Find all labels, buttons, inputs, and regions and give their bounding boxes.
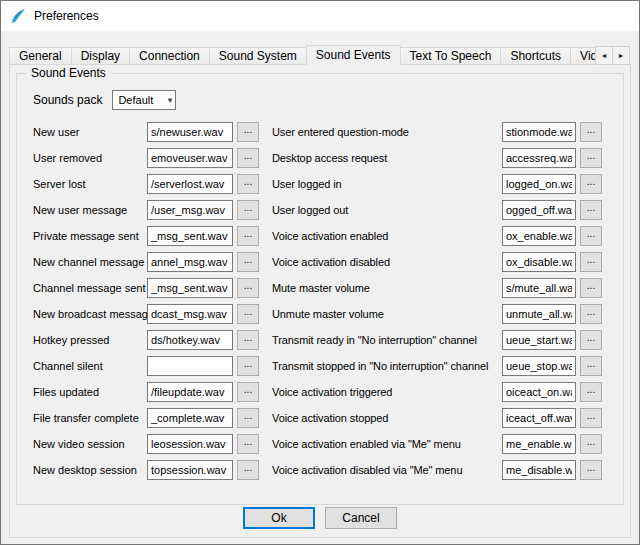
tab-shortcuts[interactable]: Shortcuts [500, 47, 571, 65]
sound-file-input[interactable] [147, 122, 233, 142]
sound-event-label: Channel silent [33, 360, 147, 372]
sound-event-row: Hotkey pressed... [33, 330, 268, 350]
sound-file-input[interactable] [502, 330, 576, 350]
sound-event-row: New channel message... [33, 252, 268, 272]
sound-event-row: Channel silent... [33, 356, 268, 376]
chevron-down-icon: ▾ [168, 95, 173, 105]
sound-file-input[interactable] [147, 174, 233, 194]
sound-event-label: Transmit ready in "No interruption" chan… [272, 334, 502, 346]
tab-scroller: ◄ ► [596, 46, 630, 65]
sound-event-row: Voice activation stopped... [272, 408, 617, 428]
browse-button[interactable]: ... [237, 200, 259, 220]
ok-button[interactable]: Ok [243, 507, 315, 529]
sounds-pack-row: Sounds pack Default ▾ [33, 90, 623, 110]
sound-file-input[interactable] [502, 174, 576, 194]
sound-event-label: Transmit stopped in "No interruption" ch… [272, 360, 502, 372]
sound-file-input[interactable] [502, 148, 576, 168]
sounds-pack-select[interactable]: Default ▾ [112, 90, 176, 110]
sound-file-input[interactable] [502, 434, 576, 454]
sound-file-input[interactable] [502, 122, 576, 142]
sound-file-input[interactable] [147, 304, 233, 324]
browse-button[interactable]: ... [237, 330, 259, 350]
sound-file-input[interactable] [502, 408, 576, 428]
sound-file-input[interactable] [147, 252, 233, 272]
browse-button[interactable]: ... [237, 434, 259, 454]
browse-button[interactable]: ... [237, 148, 259, 168]
browse-button[interactable]: ... [237, 382, 259, 402]
browse-button[interactable]: ... [580, 252, 602, 272]
sound-file-input[interactable] [147, 148, 233, 168]
browse-button[interactable]: ... [580, 356, 602, 376]
sound-file-input[interactable] [502, 382, 576, 402]
browse-button[interactable]: ... [237, 408, 259, 428]
browse-button[interactable]: ... [580, 122, 602, 142]
browse-button[interactable]: ... [237, 174, 259, 194]
sound-event-row: Voice activation enabled... [272, 226, 617, 246]
sound-event-row: New user message... [33, 200, 268, 220]
sound-event-label: New user [33, 126, 147, 138]
cancel-button[interactable]: Cancel [325, 507, 397, 529]
window-title: Preferences [34, 9, 99, 23]
sound-file-input[interactable] [502, 252, 576, 272]
sound-file-input[interactable] [147, 226, 233, 246]
sound-file-input[interactable] [147, 278, 233, 298]
browse-button[interactable]: ... [580, 278, 602, 298]
sound-file-input[interactable] [147, 408, 233, 428]
browse-button[interactable]: ... [580, 148, 602, 168]
sound-event-row: User entered question-mode... [272, 122, 617, 142]
sound-file-input[interactable] [147, 460, 233, 480]
browse-button[interactable]: ... [580, 382, 602, 402]
sound-event-label: User logged in [272, 178, 502, 190]
sound-event-label: Channel message sent [33, 282, 147, 294]
sound-file-input[interactable] [147, 434, 233, 454]
tab-text-to-speech[interactable]: Text To Speech [400, 47, 502, 65]
browse-button[interactable]: ... [580, 226, 602, 246]
sound-event-label: Hotkey pressed [33, 334, 147, 346]
dialog-button-row: Ok Cancel [10, 507, 630, 529]
sound-file-input[interactable] [147, 330, 233, 350]
tab-general[interactable]: General [9, 47, 72, 65]
browse-button[interactable]: ... [580, 200, 602, 220]
sound-file-input[interactable] [147, 200, 233, 220]
tab-connection[interactable]: Connection [129, 47, 210, 65]
sound-event-label: User entered question-mode [272, 126, 502, 138]
browse-button[interactable]: ... [237, 460, 259, 480]
browse-button[interactable]: ... [580, 304, 602, 324]
sound-event-label: File transfer complete [33, 412, 147, 424]
sound-event-label: Voice activation stopped [272, 412, 502, 424]
tab-sound-events[interactable]: Sound Events [306, 45, 401, 65]
tab-scroll-left-button[interactable]: ◄ [595, 46, 613, 65]
sound-event-row: New video session... [33, 434, 268, 454]
browse-button[interactable]: ... [580, 460, 602, 480]
sound-event-row: Unmute master volume... [272, 304, 617, 324]
sound-file-input[interactable] [502, 226, 576, 246]
sound-file-input[interactable] [502, 200, 576, 220]
sound-events-group: Sound Events Sounds pack Default ▾ New u… [16, 73, 624, 505]
tab-sound-system[interactable]: Sound System [209, 47, 307, 65]
browse-button[interactable]: ... [580, 330, 602, 350]
sound-event-row: Private message sent... [33, 226, 268, 246]
sound-event-row: User logged in... [272, 174, 617, 194]
browse-button[interactable]: ... [237, 304, 259, 324]
sound-event-row: New broadcast message... [33, 304, 268, 324]
sound-file-input[interactable] [502, 304, 576, 324]
right-arrow-icon: ► [618, 52, 625, 59]
browse-button[interactable]: ... [580, 408, 602, 428]
sound-file-input[interactable] [147, 382, 233, 402]
browse-button[interactable]: ... [580, 174, 602, 194]
tab-scroll-right-button[interactable]: ► [612, 46, 630, 65]
sound-event-row: Server lost... [33, 174, 268, 194]
browse-button[interactable]: ... [237, 356, 259, 376]
sound-file-input[interactable] [502, 356, 576, 376]
browse-button[interactable]: ... [237, 226, 259, 246]
browse-button[interactable]: ... [580, 434, 602, 454]
sound-file-input[interactable] [147, 356, 233, 376]
sound-event-row: Transmit ready in "No interruption" chan… [272, 330, 617, 350]
browse-button[interactable]: ... [237, 278, 259, 298]
tab-display[interactable]: Display [71, 47, 130, 65]
sound-file-input[interactable] [502, 278, 576, 298]
sound-event-row: Mute master volume... [272, 278, 617, 298]
sound-file-input[interactable] [502, 460, 576, 480]
browse-button[interactable]: ... [237, 252, 259, 272]
browse-button[interactable]: ... [237, 122, 259, 142]
